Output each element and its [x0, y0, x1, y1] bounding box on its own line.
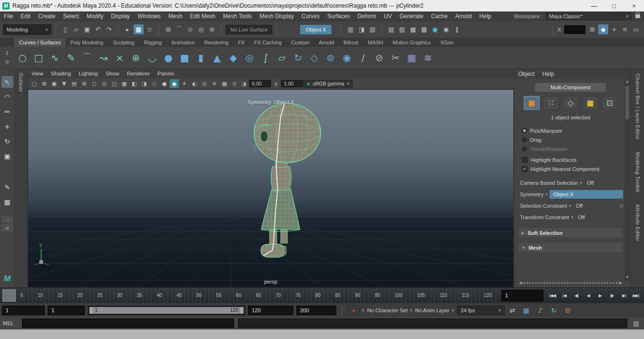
anim-layer-dropdown[interactable]: No Anim Layer ▾ — [415, 307, 454, 313]
nurbs-sphere-icon[interactable]: ● — [160, 48, 177, 67]
snap-to-point-icon[interactable]: ⊙ — [185, 24, 195, 34]
object-mode-icon[interactable]: ■ — [524, 96, 540, 110]
nurbs-cone-icon[interactable]: ▲ — [209, 48, 225, 67]
chevron-down-icon[interactable]: ▾ — [546, 192, 548, 197]
pause-viewport-icon[interactable]: ‖ — [452, 24, 462, 34]
pencil-curve-tool-icon[interactable]: ✎ — [63, 48, 79, 67]
snap-to-grid-icon[interactable]: ⊞ — [163, 24, 173, 34]
radio-drag[interactable]: Drag — [522, 135, 623, 144]
gamma-field[interactable]: 1.00 — [281, 80, 303, 87]
loft-icon[interactable]: ∫ — [258, 48, 274, 67]
menu-item[interactable]: File — [0, 11, 17, 21]
go-to-start-button[interactable]: |◀◀ — [547, 291, 558, 300]
menu-item[interactable]: Generate — [395, 11, 427, 21]
camera-based-selection-value[interactable]: Off — [587, 180, 593, 186]
menu-item[interactable]: Edit Mesh — [186, 11, 219, 21]
soft-selection-section-header[interactable]: ▶ Soft Selection — [518, 228, 623, 238]
new-scene-icon[interactable]: ▯ — [60, 24, 70, 34]
playback-start-field[interactable]: 1 — [48, 306, 85, 315]
mesh-section-header[interactable]: ▼ Mesh — [518, 243, 623, 253]
vertex-mode-icon[interactable]: ∷ — [543, 96, 559, 110]
menu-item[interactable]: Help — [476, 11, 495, 21]
planar-icon[interactable]: ▱ — [274, 48, 290, 67]
uv-editor-icon[interactable]: ▦ — [1, 196, 13, 208]
lasso-tool[interactable]: ◠ — [1, 91, 13, 103]
menu-item[interactable]: Mesh — [165, 11, 186, 21]
playback-end-field[interactable]: 120 — [248, 306, 293, 315]
render-sequence-icon[interactable]: ◉ — [441, 24, 451, 34]
shelf-tab[interactable]: FX — [233, 38, 249, 47]
range-slider-bar[interactable]: 1 120 — [89, 307, 244, 314]
screen-space-ao-icon[interactable]: ◎ — [200, 79, 209, 88]
nurbs-torus-icon[interactable]: ◎ — [241, 48, 258, 67]
step-forward-key-button[interactable]: |▶ — [607, 291, 617, 300]
menu-item[interactable]: UV — [380, 11, 396, 21]
shelf-tab[interactable]: Rigging — [139, 38, 166, 47]
symmetry-status-field[interactable]: Object X — [300, 25, 332, 34]
menu-item[interactable]: Surfaces — [323, 11, 353, 21]
chevron-down-icon[interactable]: ▾ — [569, 203, 571, 208]
toolkit-vertical-scrollbar[interactable]: ▲ ▼ — [624, 79, 630, 281]
edge-mode-icon[interactable]: ◇ — [563, 96, 579, 110]
image-plane-icon[interactable]: ▤ — [70, 79, 79, 88]
camera-attributes-icon[interactable]: ▣ — [50, 79, 59, 88]
menu-item[interactable]: Mesh Display — [256, 11, 298, 21]
nurbs-cylinder-icon[interactable]: ▮ — [193, 48, 209, 67]
curve-cross-section-icon[interactable]: × — [112, 48, 128, 67]
bezier-curve-tool-icon[interactable]: ↝ — [95, 48, 112, 67]
panel-menu-item[interactable]: Panels — [154, 69, 178, 78]
project-curve-icon[interactable]: / — [355, 48, 371, 67]
chevron-down-icon[interactable]: ▾ — [362, 308, 364, 313]
menu-item[interactable]: Create — [34, 11, 59, 21]
output-operations-icon[interactable]: ◨ — [356, 24, 366, 34]
step-back-key-button[interactable]: ◀| — [571, 291, 582, 300]
shelf-tab[interactable]: Animation — [166, 38, 199, 47]
absolute-transform-icon[interactable]: ◆ — [598, 24, 608, 34]
cached-playback-icon[interactable]: ↻ — [549, 305, 559, 315]
resolution-gate-icon[interactable]: ⊡ — [100, 79, 109, 88]
checkbox-highlight-nearest-component[interactable]: ✓ Highlight Nearest Component — [522, 164, 623, 173]
menu-set-dropdown[interactable]: Modeling ▾ — [3, 24, 52, 35]
scrollbar-track[interactable] — [523, 282, 618, 284]
step-back-frame-button[interactable]: |◀ — [559, 291, 570, 300]
select-hierarchy-icon[interactable]: ▸ — [123, 24, 133, 34]
shelf-tab[interactable]: Rendering — [199, 38, 233, 47]
lock-icon[interactable] — [635, 14, 640, 18]
x-input[interactable] — [564, 25, 585, 34]
go-to-end-button[interactable]: ▶▶| — [631, 291, 641, 300]
isolate-select-icon[interactable]: ⊙ — [230, 79, 239, 88]
snap-mode-icon[interactable]: + — [609, 24, 619, 34]
live-surface-field[interactable]: No Live Surface — [226, 25, 272, 34]
scroll-down-icon[interactable]: ▼ — [625, 275, 629, 281]
radio-pick-marquee[interactable]: Pick/Marquee — [522, 126, 623, 135]
counter-display-icon[interactable]: ≡ — [620, 24, 630, 34]
maximize-button[interactable]: □ — [604, 0, 624, 11]
nurbs-cube-icon[interactable]: ■ — [177, 48, 193, 67]
minimize-button[interactable]: — — [584, 0, 604, 11]
arnold-renderer-icon[interactable]: ● — [430, 24, 440, 34]
gate-mask-icon[interactable]: ◫ — [110, 79, 119, 88]
snap-to-curve-icon[interactable]: ⌒ — [174, 24, 184, 34]
sound-toggle-icon[interactable]: ♪ — [535, 305, 545, 315]
hud-toggle-icon[interactable]: ▭ — [631, 24, 641, 34]
xray-icon[interactable]: ▩ — [220, 79, 229, 88]
trim-tool-icon[interactable]: ✂ — [387, 48, 404, 67]
input-operations-icon[interactable]: ▥ — [345, 24, 355, 34]
animation-start-field[interactable]: 1 — [2, 306, 45, 315]
add-points-tool-icon[interactable]: ⊕ — [128, 48, 144, 67]
select-tool[interactable]: ↖ — [1, 76, 13, 88]
ep-curve-tool-icon[interactable]: ⌒ — [79, 48, 95, 67]
multi-component-mode-icon[interactable]: ⊡ — [602, 96, 618, 110]
step-forward-frame-button[interactable]: ▶| — [619, 291, 629, 300]
menu-item[interactable]: Windows — [134, 11, 165, 21]
scroll-up-icon[interactable]: ▲ — [625, 79, 629, 85]
exposure-field[interactable]: 0.00 — [249, 80, 271, 87]
time-slider[interactable]: 1 51015202530354045505560657075808590951… — [0, 287, 644, 303]
menu-item[interactable]: Mesh Tools — [219, 11, 256, 21]
character-set-dropdown[interactable]: No Character Set ▾ — [367, 307, 413, 313]
save-scene-icon[interactable]: ▣ — [82, 24, 92, 34]
playback-loop-icon[interactable]: ⇄ — [508, 305, 518, 315]
construction-history-icon[interactable]: ▤ — [367, 24, 377, 34]
shadows-icon[interactable]: ◐ — [190, 79, 199, 88]
bookmarks-icon[interactable]: ▼ — [60, 79, 69, 88]
